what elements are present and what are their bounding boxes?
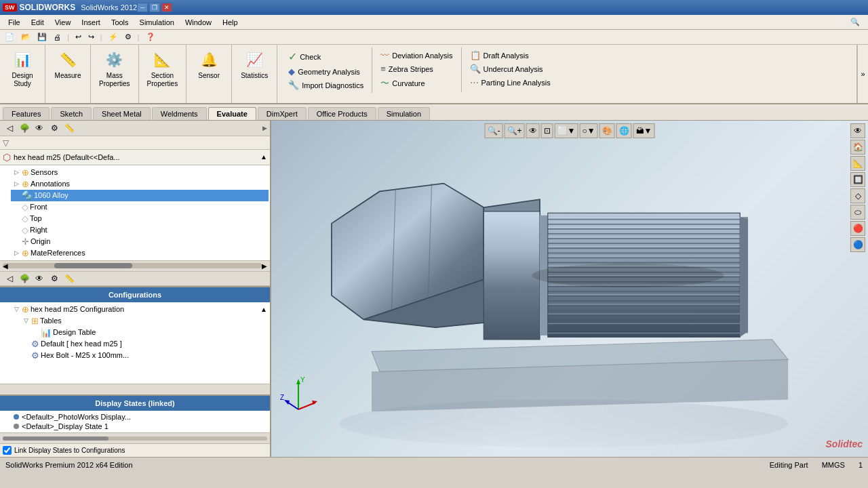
quick-new[interactable]: 📄 bbox=[3, 33, 16, 41]
curvature-button[interactable]: 〜 Curvature bbox=[378, 76, 455, 91]
parting-line-button[interactable]: ⋯ Parting Line Analysis bbox=[467, 76, 553, 89]
config-tb-btn1[interactable]: ◁ bbox=[3, 272, 16, 285]
vp-btn-5[interactable]: ◇ bbox=[850, 188, 865, 203]
tree-item-top[interactable]: ◇ Top bbox=[11, 213, 269, 224]
panel-dim-btn[interactable]: 📏 bbox=[62, 121, 76, 135]
menu-help[interactable]: Help bbox=[217, 17, 243, 28]
display-scrollbar[interactable] bbox=[0, 432, 270, 443]
config-default[interactable]: ⚙ Default [ hex head m25 ] bbox=[20, 338, 269, 350]
statistics-button[interactable]: 📈 Statistics bbox=[237, 47, 271, 81]
display-header: Display States (linked) bbox=[0, 396, 270, 411]
tab-sheet-metal[interactable]: Sheet Metal bbox=[93, 107, 151, 120]
menu-simulation[interactable]: Simulation bbox=[134, 17, 180, 28]
quick-help[interactable]: ❓ bbox=[144, 33, 157, 41]
vp-btn-7[interactable]: 🔴 bbox=[850, 221, 865, 236]
link-display-checkbox[interactable]: Link Display States to Configurations bbox=[0, 443, 270, 457]
vp-btn-1[interactable]: 👁 bbox=[850, 123, 865, 138]
config-tree[interactable]: ▽ ⊕ hex head m25 Configuration ▲ ▽ ⊞ Tab… bbox=[0, 302, 270, 384]
minimize-button[interactable]: ─ bbox=[137, 3, 148, 12]
undercut-analysis-button[interactable]: 🔍 Undercut Analysis bbox=[467, 62, 553, 75]
menu-tools[interactable]: Tools bbox=[106, 17, 134, 28]
photoworks-indicator bbox=[14, 414, 19, 420]
tree-item-right[interactable]: ◇ Right bbox=[11, 224, 269, 236]
config-tb-btn2[interactable]: 🌳 bbox=[18, 272, 31, 285]
tree-item-sensors[interactable]: ▷ ⊕ Sensors bbox=[11, 167, 269, 178]
quick-options[interactable]: ⚙ bbox=[123, 33, 134, 41]
quick-rebuild[interactable]: ⚡ bbox=[106, 33, 120, 41]
panel-config-btn[interactable]: ⚙ bbox=[47, 121, 61, 135]
quick-undo[interactable]: ↩ bbox=[73, 33, 83, 41]
vp-btn-4[interactable]: 🔲 bbox=[850, 172, 865, 187]
design-study-button[interactable]: 📊 DesignStudy bbox=[5, 47, 39, 89]
toolbar-section-left: 📊 DesignStudy bbox=[0, 45, 45, 103]
vp-btn-8[interactable]: 🔵 bbox=[850, 237, 865, 252]
menu-window[interactable]: Window bbox=[180, 17, 217, 28]
feature-tree[interactable]: ▷ ⊕ Sensors ▷ ⊕ Annotations 🔩 1060 Alloy… bbox=[0, 165, 270, 260]
menu-insert[interactable]: Insert bbox=[76, 17, 106, 28]
draft-analysis-button[interactable]: 📋 Draft Analysis bbox=[467, 49, 553, 62]
tab-evaluate[interactable]: Evaluate bbox=[208, 107, 256, 120]
tree-item-front[interactable]: ◇ Front bbox=[11, 201, 269, 213]
toolbar-search[interactable]: 🔍 bbox=[845, 16, 865, 28]
close-button[interactable]: ✕ bbox=[161, 3, 172, 12]
sensor-button[interactable]: 🔔 Sensor bbox=[192, 47, 226, 81]
viewport[interactable]: 🔍- 🔍+ 👁 ⊡ ⬜▼ ○▼ 🎨 🌐 🏔▼ 👁 🏠 📐 🔲 ◇ ⬭ 🔴 🔵 bbox=[271, 121, 868, 457]
vp-btn-3[interactable]: 📐 bbox=[850, 156, 865, 171]
right-expander bbox=[12, 226, 20, 234]
tree-scroll-left[interactable]: ◀ bbox=[3, 262, 8, 270]
restore-button[interactable]: ❐ bbox=[149, 3, 160, 12]
config-tree-root[interactable]: ▽ ⊕ hex head m25 Configuration ▲ bbox=[11, 304, 269, 315]
import-diagnostics-button[interactable]: 🔧 Import Diagnostics bbox=[285, 79, 366, 92]
quick-print[interactable]: 🖨 bbox=[52, 33, 63, 41]
display-scroll-thumb[interactable] bbox=[3, 436, 108, 441]
config-hex-bolt[interactable]: ⚙ Hex Bolt - M25 x 100mm... bbox=[20, 350, 269, 361]
tree-item-matereferences[interactable]: ▷ ⊕ MateReferences bbox=[11, 247, 269, 259]
config-tb-btn3[interactable]: 👁 bbox=[33, 272, 46, 285]
quick-open[interactable]: 📂 bbox=[19, 33, 33, 41]
config-scrollbar[interactable] bbox=[0, 384, 270, 394]
tab-sketch[interactable]: Sketch bbox=[51, 107, 92, 120]
mass-properties-button[interactable]: ⚙️ MassProperties bbox=[96, 47, 133, 89]
panel-view-btn[interactable]: 👁 bbox=[33, 121, 46, 135]
toolbar-expand-button[interactable]: » bbox=[857, 45, 868, 103]
panel-tree-btn[interactable]: 🌳 bbox=[18, 121, 31, 135]
quick-save[interactable]: 💾 bbox=[35, 33, 49, 41]
panel-arrow-btn[interactable]: ◁ bbox=[3, 121, 16, 135]
measure-button[interactable]: 📏 Measure bbox=[51, 47, 85, 81]
config-design-table[interactable]: 📊 Design Table bbox=[30, 327, 269, 338]
tab-features[interactable]: Features bbox=[3, 107, 50, 120]
tree-item-1060alloy[interactable]: 🔩 1060 Alloy bbox=[11, 190, 269, 201]
menu-view[interactable]: View bbox=[50, 17, 77, 28]
display-item-state1[interactable]: <Default>_Display State 1 bbox=[1, 422, 269, 431]
link-checkbox[interactable] bbox=[3, 446, 12, 455]
panel-expand-btn[interactable]: ▶ bbox=[262, 125, 267, 131]
tab-weldments[interactable]: Weldments bbox=[152, 107, 207, 120]
section-properties-button[interactable]: 📐 SectionProperties bbox=[144, 47, 181, 89]
tree-item-origin[interactable]: ✛ Origin bbox=[11, 236, 269, 247]
tab-dimxpert[interactable]: DimXpert bbox=[258, 107, 307, 120]
deviation-analysis-button[interactable]: 〰 Deviation Analysis bbox=[378, 49, 455, 62]
tab-simulation[interactable]: Simulation bbox=[378, 107, 430, 120]
config-tb-btn5[interactable]: 📏 bbox=[62, 272, 76, 285]
hex-bolt-label: Hex Bolt - M25 x 100mm... bbox=[41, 351, 267, 359]
tree-scroll-up[interactable]: ▲ bbox=[260, 153, 267, 161]
geometry-analysis-button[interactable]: ◆ Geometry Analysis bbox=[285, 65, 366, 78]
status-right: Editing Part MMGS 1 bbox=[770, 461, 863, 469]
config-tb-btn4[interactable]: ⚙ bbox=[47, 272, 61, 285]
quick-redo[interactable]: ↪ bbox=[86, 33, 96, 41]
menu-file[interactable]: File bbox=[3, 17, 26, 28]
zebra-stripes-button[interactable]: ≡ Zebra Stripes bbox=[378, 62, 455, 75]
tree-scroll-thumb[interactable] bbox=[54, 263, 132, 268]
tab-office-products[interactable]: Office Products bbox=[308, 107, 376, 120]
config-tables[interactable]: ▽ ⊞ Tables bbox=[20, 315, 269, 327]
display-tree[interactable]: <Default>_PhotoWorks Display... <Default… bbox=[0, 411, 270, 432]
tree-scrollbar[interactable]: ▶ ◀ bbox=[0, 260, 270, 271]
display-item-photworks[interactable]: <Default>_PhotoWorks Display... bbox=[1, 412, 269, 422]
tree-scroll-right[interactable]: ▶ bbox=[262, 262, 267, 270]
vp-btn-6[interactable]: ⬭ bbox=[850, 205, 865, 220]
tree-item-annotations[interactable]: ▷ ⊕ Annotations bbox=[11, 178, 269, 190]
vp-btn-2[interactable]: 🏠 bbox=[850, 140, 865, 155]
menu-edit[interactable]: Edit bbox=[26, 17, 50, 28]
deviation-analysis-icon: 〰 bbox=[380, 50, 389, 60]
check-button[interactable]: ✓ Check bbox=[285, 49, 366, 64]
